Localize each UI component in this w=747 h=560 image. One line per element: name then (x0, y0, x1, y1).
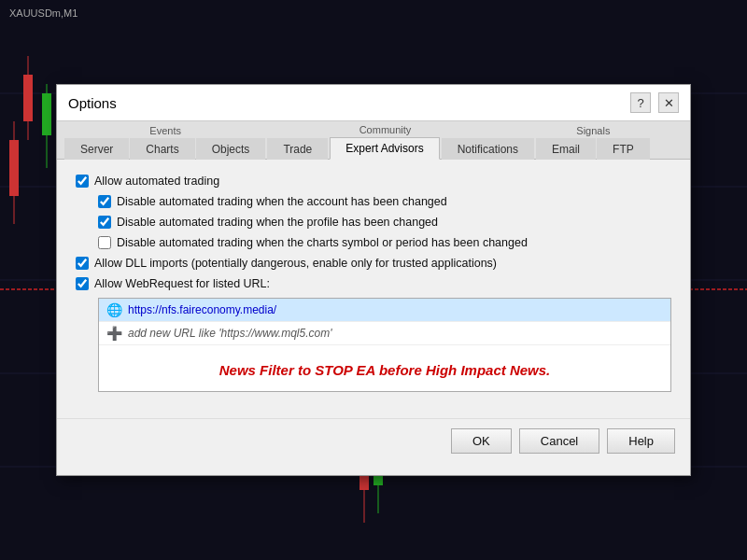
checkbox-allow-dll-row: Allow DLL imports (potentially dangerous… (76, 257, 671, 270)
checkbox-allow-automated-row: Allow automated trading (76, 175, 671, 188)
upper-tab-row: Events Server Charts Objects Trade (57, 121, 690, 160)
checkbox-allow-automated[interactable] (76, 175, 89, 188)
url-text-1: https://nfs.faireconomy.media/ (128, 303, 276, 316)
checkbox-allow-webrequest[interactable] (76, 277, 89, 290)
dialog-overlay: Options ? ✕ Events Server Charts Objects (0, 0, 747, 560)
url-add-text: add new URL like 'https://www.mql5.com' (128, 327, 331, 340)
events-group-label: Events (149, 125, 181, 137)
url-list: 🌐 https://nfs.faireconomy.media/ ➕ add n… (98, 298, 671, 392)
help-footer-button[interactable]: Help (607, 428, 675, 454)
signals-group-label: Signals (576, 125, 610, 137)
tab-notifications[interactable]: Notifications (442, 138, 534, 160)
url-row-1[interactable]: 🌐 https://nfs.faireconomy.media/ (99, 299, 670, 322)
tab-group-notifications: Notifications (442, 125, 535, 159)
help-button[interactable]: ? (630, 92, 651, 113)
checkbox-allow-dll[interactable] (76, 257, 89, 270)
tab-ftp[interactable]: FTP (597, 138, 650, 160)
dialog-titlebar: Options ? ✕ (57, 85, 690, 121)
checkbox-allow-webrequest-label[interactable]: Allow WebRequest for listed URL: (94, 277, 270, 290)
globe-icon: 🌐 (106, 302, 122, 317)
news-filter-container: News Filter to STOP EA before High Impac… (99, 345, 670, 391)
tab-group-events: Events Server Charts Objects (64, 125, 266, 159)
dialog-controls: ? ✕ (630, 92, 679, 113)
checkbox-disable-profile-label[interactable]: Disable automated trading when the profi… (117, 216, 438, 229)
checkbox-disable-symbol-row: Disable automated trading when the chart… (98, 236, 671, 249)
checkbox-disable-symbol[interactable] (98, 236, 111, 249)
tab-charts[interactable]: Charts (130, 138, 194, 160)
url-row-add[interactable]: ➕ add new URL like 'https://www.mql5.com… (99, 322, 670, 345)
close-button[interactable]: ✕ (658, 92, 679, 113)
tab-expert-advisors[interactable]: Expert Advisors (330, 137, 439, 160)
ok-button[interactable]: OK (451, 428, 512, 454)
checkbox-disable-profile-row: Disable automated trading when the profi… (98, 216, 671, 229)
checkbox-disable-account-label[interactable]: Disable automated trading when the accou… (117, 195, 447, 208)
checkbox-allow-automated-label[interactable]: Allow automated trading (94, 175, 219, 188)
options-dialog: Options ? ✕ Events Server Charts Objects (56, 84, 691, 476)
tab-group-signals: Signals Email FTP (536, 125, 651, 159)
checkbox-disable-account[interactable] (98, 195, 111, 208)
tab-group-trade: Trade (267, 125, 329, 159)
events-tabs: Server Charts Objects (64, 137, 266, 159)
checkbox-disable-profile[interactable] (98, 216, 111, 229)
tab-server[interactable]: Server (64, 138, 129, 160)
checkbox-disable-symbol-label[interactable]: Disable automated trading when the chart… (117, 236, 528, 249)
tab-email[interactable]: Email (536, 138, 596, 160)
tab-group-community: Community Expert Advisors (330, 124, 440, 159)
notifications-group-label (486, 125, 489, 137)
tab-objects[interactable]: Objects (196, 138, 266, 160)
trade-group-label (297, 125, 300, 137)
dialog-content: Allow automated trading Disable automate… (57, 160, 690, 418)
checkbox-allow-dll-label[interactable]: Allow DLL imports (potentially dangerous… (94, 257, 497, 270)
checkbox-disable-account-row: Disable automated trading when the accou… (98, 195, 671, 208)
tab-trade[interactable]: Trade (267, 138, 328, 160)
cancel-button[interactable]: Cancel (519, 428, 599, 454)
add-icon: ➕ (106, 326, 122, 341)
dialog-title: Options (68, 95, 117, 111)
dialog-footer: OK Cancel Help (57, 418, 690, 463)
checkbox-allow-webrequest-row: Allow WebRequest for listed URL: (76, 277, 671, 290)
news-filter-text: News Filter to STOP EA before High Impac… (106, 353, 663, 384)
community-group-label: Community (359, 124, 412, 136)
